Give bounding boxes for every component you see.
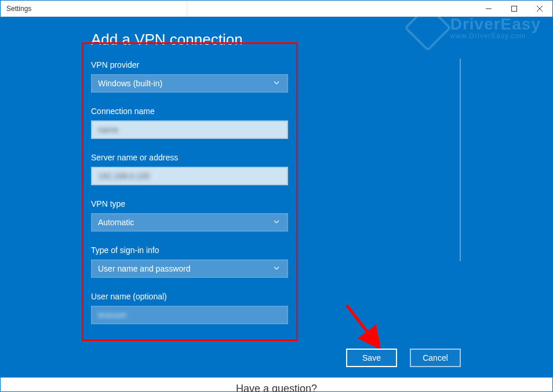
chevron-down-icon <box>273 264 280 273</box>
chevron-down-icon <box>273 218 280 227</box>
vpn-dialog: DriverEasy www.DriverEasy.com Add a VPN … <box>1 17 552 378</box>
field-server: Server name or address 192.168.0.100 <box>91 153 288 185</box>
value-server: 192.168.0.100 <box>98 171 150 181</box>
value-signin: User name and password <box>98 264 191 273</box>
select-vpn-provider[interactable]: Windows (built-in) <box>91 74 288 93</box>
value-vpn-provider: Windows (built-in) <box>98 79 162 88</box>
select-signin[interactable]: User name and password <box>91 259 288 278</box>
select-vpn-type[interactable]: Automatic <box>91 213 288 232</box>
title-divider <box>186 1 190 17</box>
value-vpn-type: Automatic <box>98 218 134 227</box>
label-server: Server name or address <box>91 153 288 162</box>
label-vpn-provider: VPN provider <box>91 60 288 69</box>
field-signin: Type of sign-in info User name and passw… <box>91 246 288 278</box>
input-server[interactable]: 192.168.0.100 <box>91 167 288 185</box>
dialog-content: Add a VPN connection VPN provider Window… <box>1 17 552 378</box>
label-connection-name: Connection name <box>91 107 288 116</box>
field-vpn-type: VPN type Automatic <box>91 199 288 232</box>
window-title: Settings <box>6 5 31 13</box>
page-title: Add a VPN connection <box>91 31 552 49</box>
value-connection-name: name <box>98 125 118 134</box>
settings-window: Settings DriverEasy www.DriverEasy.com <box>0 0 553 392</box>
label-vpn-type: VPN type <box>91 199 288 208</box>
dialog-buttons: Save Cancel <box>346 349 461 367</box>
footer: Have a question? <box>1 378 552 391</box>
input-username[interactable]: testuser <box>91 306 288 324</box>
value-username: testuser <box>98 310 127 320</box>
form: VPN provider Windows (built-in) Connecti… <box>91 60 288 324</box>
label-username: User name (optional) <box>91 292 288 301</box>
chevron-down-icon <box>273 79 280 88</box>
footer-question: Have a question? <box>236 383 317 391</box>
label-signin: Type of sign-in info <box>91 246 288 255</box>
svg-rect-1 <box>512 6 517 11</box>
field-vpn-provider: VPN provider Windows (built-in) <box>91 60 288 93</box>
save-button[interactable]: Save <box>346 349 397 367</box>
input-connection-name[interactable]: name <box>91 120 288 139</box>
cancel-button[interactable]: Cancel <box>410 349 461 367</box>
field-username: User name (optional) testuser <box>91 292 288 324</box>
field-connection-name: Connection name name <box>91 107 288 139</box>
